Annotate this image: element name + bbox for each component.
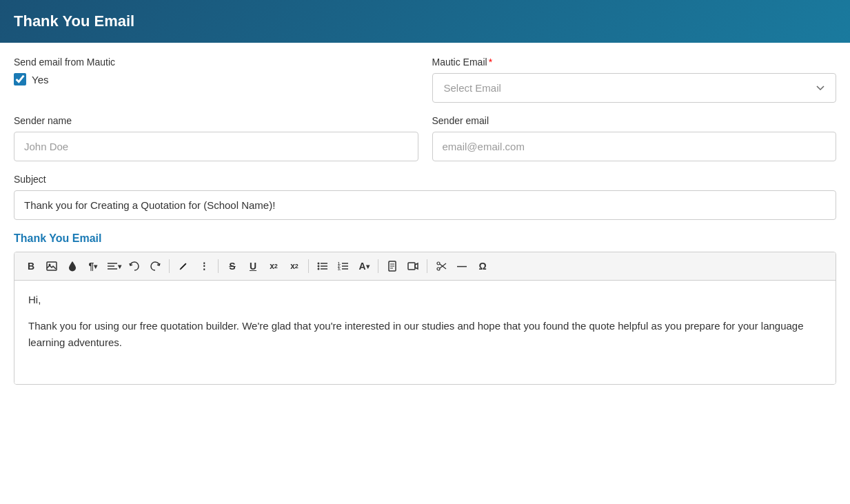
scissors-button[interactable] <box>432 256 451 276</box>
send-email-checkbox[interactable] <box>14 73 26 85</box>
svg-rect-21 <box>408 263 415 270</box>
svg-line-24 <box>440 264 446 269</box>
pen-button[interactable] <box>174 256 193 276</box>
yes-label: Yes <box>32 74 48 85</box>
toolbar-separator-2 <box>218 259 219 273</box>
undo-button[interactable] <box>125 256 144 276</box>
rich-text-editor: B ¶ ▾ <box>14 252 836 385</box>
svg-line-25 <box>440 263 446 268</box>
page-title: Thank You Email <box>14 12 836 30</box>
svg-point-22 <box>437 262 440 265</box>
underline-button[interactable]: U <box>243 256 263 276</box>
send-email-label: Send email from Mautic <box>14 57 418 68</box>
strikethrough-button[interactable]: S <box>223 256 242 276</box>
subscript-button[interactable]: x2 <box>285 256 304 276</box>
svg-point-23 <box>437 268 440 270</box>
sender-email-field: Sender email <box>432 115 837 161</box>
editor-line-1: Hi, <box>28 292 822 308</box>
subject-label: Subject <box>14 174 836 185</box>
superscript-button[interactable]: x2 <box>264 256 283 276</box>
paragraph-button[interactable]: ¶ ▾ <box>83 256 103 276</box>
subject-input[interactable] <box>14 190 836 220</box>
ordered-list-button[interactable]: 1. 2. 3. <box>334 256 353 276</box>
editor-line-2: Thank you for using our free quotation b… <box>28 318 822 351</box>
unordered-list-button[interactable] <box>313 256 332 276</box>
svg-point-7 <box>318 265 320 268</box>
required-star: * <box>489 57 492 68</box>
toolbar-separator-5 <box>427 259 427 273</box>
sender-name-field: Sender name <box>14 115 418 161</box>
page-button[interactable] <box>383 256 402 276</box>
more-button[interactable]: ⋮ <box>194 256 214 276</box>
hr-button[interactable]: — <box>452 256 472 276</box>
sender-name-input[interactable] <box>14 132 418 161</box>
email-section-label: Thank You Email <box>14 232 836 245</box>
main-content: Send email from Mautic Yes Mautic Email*… <box>0 43 850 411</box>
mautic-email-label: Mautic Email* <box>432 57 837 68</box>
right-column: Mautic Email* Select Email <box>432 57 837 103</box>
sender-email-input[interactable] <box>432 132 837 161</box>
editor-body[interactable]: Hi, Thank you for using our free quotati… <box>14 281 836 384</box>
svg-point-5 <box>318 263 320 265</box>
svg-point-9 <box>318 268 320 270</box>
redo-button[interactable] <box>145 256 165 276</box>
video-button[interactable] <box>403 256 423 276</box>
font-color-button[interactable]: A▾ <box>354 256 374 276</box>
ink-button[interactable] <box>63 256 82 276</box>
editor-toolbar: B ¶ ▾ <box>14 252 836 281</box>
select-email-dropdown[interactable]: Select Email <box>432 73 837 103</box>
bold-button[interactable]: B <box>21 256 41 276</box>
sender-name-label: Sender name <box>14 115 418 126</box>
svg-text:3.: 3. <box>338 267 341 270</box>
align-button[interactable]: ▾ <box>104 256 123 276</box>
subject-field: Subject <box>14 174 836 220</box>
omega-button[interactable]: Ω <box>473 256 492 276</box>
yes-checkbox-row: Yes <box>14 73 418 85</box>
left-column: Send email from Mautic Yes <box>14 57 418 103</box>
page-header: Thank You Email <box>0 0 850 43</box>
toolbar-separator-4 <box>378 259 378 273</box>
top-row: Send email from Mautic Yes Mautic Email*… <box>14 57 836 103</box>
email-editor-section: Thank You Email B ¶ ▾ <box>14 232 836 385</box>
sender-email-label: Sender email <box>432 115 837 126</box>
image-button[interactable] <box>42 256 61 276</box>
toolbar-separator-1 <box>169 259 170 273</box>
toolbar-separator-3 <box>308 259 309 273</box>
sender-row: Sender name Sender email <box>14 115 836 161</box>
